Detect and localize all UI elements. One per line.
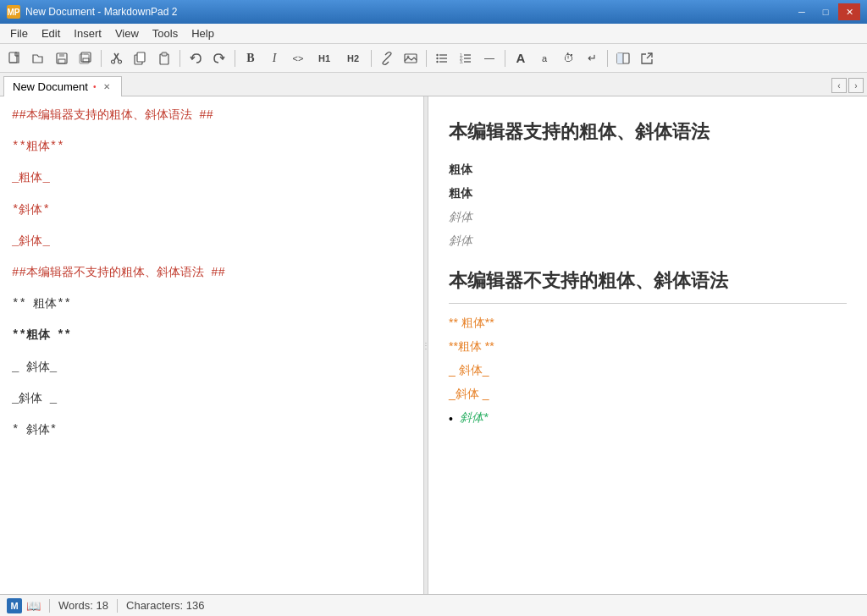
preview-bold1: 粗体 — [449, 157, 847, 181]
menu-file[interactable]: File — [3, 24, 35, 43]
tabbar: New Document • ✕ ‹ › — [0, 73, 867, 96]
preview-invalid3: _ 斜体_ — [449, 358, 847, 382]
svg-rect-4 — [59, 53, 64, 57]
statusbar: M 📖 Words: 18 Characters: 136 — [0, 594, 867, 616]
svg-point-26 — [436, 60, 438, 62]
editor-line: _ 斜体_ — [12, 357, 411, 378]
undo-button[interactable] — [185, 47, 207, 69]
minimize-button[interactable]: ─ — [791, 3, 813, 20]
toolbar-sep-3 — [235, 50, 235, 67]
editor-line: _斜体 _ — [12, 388, 411, 410]
italic-button[interactable]: I — [263, 47, 285, 69]
toolbar-sep-1 — [101, 50, 102, 67]
document-tab[interactable]: New Document • ✕ — [3, 76, 122, 96]
menu-tools[interactable]: Tools — [146, 24, 185, 43]
editor-line: *斜体* — [12, 200, 411, 221]
svg-point-25 — [436, 57, 438, 58]
preview-button[interactable] — [612, 47, 634, 69]
export-button[interactable] — [636, 47, 658, 69]
tab-next-button[interactable]: › — [848, 78, 864, 93]
status-separator-2 — [117, 599, 118, 613]
book-icon: 📖 — [25, 598, 41, 613]
ol-button[interactable]: 1.2.3. — [455, 47, 477, 69]
code-button[interactable]: <> — [287, 47, 309, 69]
arrow-button[interactable]: ↵ — [581, 47, 603, 69]
timestamp-button[interactable]: ⏱ — [557, 47, 579, 69]
editor-pane[interactable]: ##本编辑器支持的粗体、斜体语法 ## **粗体** _粗体_ *斜体* _斜体… — [0, 96, 423, 594]
svg-point-24 — [436, 53, 438, 55]
preview-section2-title: 本编辑器不支持的粗体、斜体语法 — [449, 262, 847, 304]
bullet-dot: • — [449, 407, 453, 431]
editor-line — [12, 349, 411, 355]
tab-modified-indicator: • — [93, 82, 97, 91]
editor-line: _斜体_ — [12, 231, 411, 252]
preview-bullet-item: • 斜体* — [449, 405, 847, 431]
titlebar: MP New Document - MarkdownPad 2 ─ □ ✕ — [0, 0, 867, 24]
menu-view[interactable]: View — [108, 24, 146, 43]
svg-rect-5 — [58, 59, 65, 63]
svg-rect-34 — [617, 53, 623, 63]
svg-line-36 — [647, 53, 652, 58]
toolbar-sep-6 — [505, 50, 505, 67]
h2-button[interactable]: H2 — [340, 47, 367, 69]
tab-close-button[interactable]: ✕ — [101, 81, 113, 93]
big-a-button[interactable]: A — [510, 47, 532, 69]
toolbar-sep-2 — [179, 50, 180, 67]
editor-line — [12, 411, 411, 418]
app-status-icon: M — [7, 598, 22, 613]
svg-rect-8 — [84, 52, 88, 55]
close-button[interactable]: ✕ — [838, 3, 860, 20]
svg-line-18 — [385, 57, 389, 60]
editor-line — [12, 191, 411, 198]
preview-italic1: 斜体 — [449, 205, 847, 228]
preview-invalid1: ** 粗体** — [449, 311, 847, 334]
status-separator-1 — [49, 599, 50, 613]
menu-edit[interactable]: Edit — [35, 24, 67, 43]
save-all-button[interactable] — [75, 47, 97, 69]
maximize-button[interactable]: □ — [815, 3, 837, 20]
tab-prev-button[interactable]: ‹ — [831, 78, 847, 93]
toolbar-sep-5 — [426, 50, 427, 67]
menu-insert[interactable]: Insert — [67, 24, 108, 43]
image-button[interactable] — [400, 47, 422, 69]
svg-text:3.: 3. — [460, 59, 463, 64]
bold-button[interactable]: B — [240, 47, 262, 69]
editor-line — [12, 285, 411, 292]
menubar: File Edit Insert View Tools Help — [0, 24, 867, 44]
ul-button[interactable] — [431, 47, 453, 69]
editor-line — [12, 380, 411, 387]
preview-invalid4: _斜体 _ — [449, 382, 847, 405]
editor-line — [12, 316, 411, 323]
save-button[interactable] — [51, 47, 73, 69]
editor-line: ** 粗体** — [12, 294, 411, 315]
redo-button[interactable] — [208, 47, 230, 69]
small-a-button[interactable]: a — [533, 47, 555, 69]
window-title: New Document - MarkdownPad 2 — [25, 6, 791, 18]
cut-button[interactable] — [106, 47, 128, 69]
editor-line: **粗体 ** — [12, 325, 411, 346]
toolbar: B I <> H1 H2 1.2.3. — A a ⏱ ↵ — [0, 44, 867, 73]
editor-line — [12, 159, 411, 166]
tab-label: New Document — [13, 80, 88, 93]
new-button[interactable] — [3, 47, 25, 69]
tab-navigation: ‹ › — [831, 78, 864, 96]
toolbar-sep-7 — [607, 50, 608, 67]
svg-point-12 — [112, 60, 115, 63]
link-button[interactable] — [376, 47, 398, 69]
h1-button[interactable]: H1 — [311, 47, 338, 69]
editor-line: * 斜体* — [12, 420, 411, 441]
preview-bold2: 粗体 — [449, 181, 847, 205]
svg-rect-17 — [162, 52, 167, 56]
word-count: Words: 18 — [58, 599, 108, 612]
copy-button[interactable] — [130, 47, 152, 69]
editor-line: ##本编辑器支持的粗体、斜体语法 ## — [12, 105, 411, 126]
open-button[interactable] — [27, 47, 49, 69]
preview-invalid2: **粗体 ** — [449, 334, 847, 358]
editor-line: **粗体** — [12, 136, 411, 157]
hr-button[interactable]: — — [478, 47, 500, 69]
paste-button[interactable] — [153, 47, 175, 69]
svg-rect-15 — [137, 52, 145, 62]
char-count: Characters: 136 — [126, 599, 205, 612]
preview-section1-title: 本编辑器支持的粗体、斜体语法 — [449, 113, 847, 151]
menu-help[interactable]: Help — [185, 24, 221, 43]
